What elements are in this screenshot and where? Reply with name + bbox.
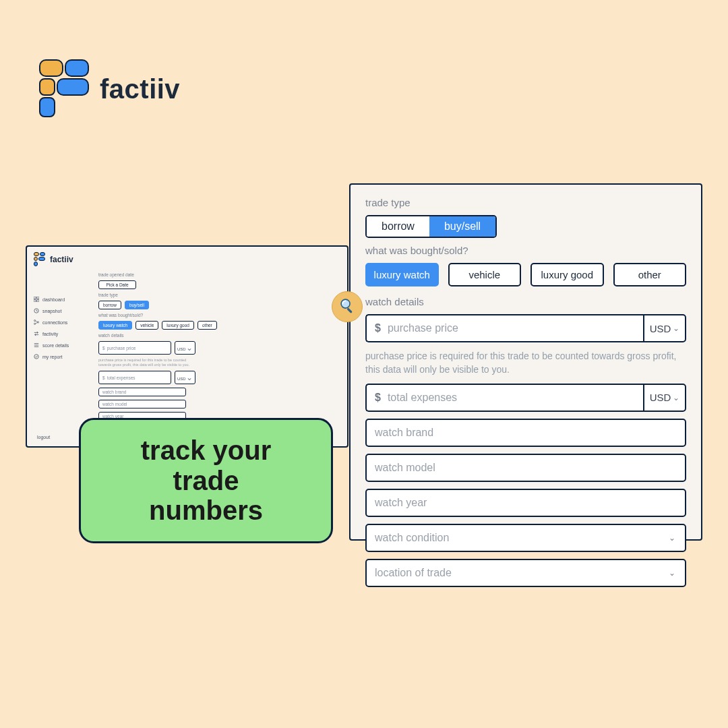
currency-select[interactable]: USD⌄ (643, 314, 686, 342)
watch-model-input[interactable]: watch model (98, 400, 186, 408)
watch-details-label: watch details (98, 333, 338, 338)
arrows-icon (34, 331, 39, 336)
purchase-price-input[interactable]: $ purchase price (365, 314, 643, 342)
brand-name-small: factiiv (50, 255, 73, 264)
sidebar-item-factivity[interactable]: factivity (34, 331, 93, 336)
tab-borrow[interactable]: borrow (98, 301, 121, 309)
input-placeholder: watch brand (375, 427, 433, 439)
app-window-small: factiiv dashboard snapshot connections (26, 245, 348, 448)
what-bought-label: what was bought/sold? (365, 245, 686, 256)
chevron-down-icon: ⌄ (673, 324, 679, 333)
grid-icon (34, 297, 39, 302)
svg-rect-0 (34, 297, 36, 299)
currency-select[interactable]: USD⌄ (175, 341, 195, 355)
sidebar-item-report[interactable]: my report (34, 354, 93, 359)
currency-select[interactable]: USD⌄ (643, 384, 686, 412)
input-placeholder: location of trade (375, 567, 452, 579)
svg-point-5 (34, 320, 36, 322)
input-placeholder: watch model (375, 462, 435, 474)
chevron-down-icon: ⌄ (673, 393, 679, 402)
svg-rect-11 (346, 307, 353, 313)
trade-type-tabs: borrow buy/sell (365, 215, 497, 238)
sidebar-item-label: dashboard (42, 297, 65, 302)
trade-type-label: trade type (365, 197, 686, 208)
purchase-help-text: purchase price is required for this trad… (98, 358, 193, 367)
trade-type-label: trade type (98, 293, 338, 297)
total-expenses-input[interactable]: $total expenses (98, 371, 171, 384)
chip-luxury-good[interactable]: luxury good (530, 263, 604, 286)
chip-vehicle[interactable]: vehicle (135, 321, 158, 330)
tab-buysell[interactable]: buy/sell (429, 216, 495, 237)
check-circle-icon (34, 354, 39, 359)
search-icon (338, 297, 356, 317)
svg-rect-2 (34, 300, 36, 302)
logo-mark-small (34, 252, 46, 267)
input-placeholder: total expenses (388, 392, 457, 404)
sidebar-item-label: score details (42, 343, 69, 348)
chip-vehicle[interactable]: vehicle (448, 263, 522, 286)
tab-buysell[interactable]: buy/sell (125, 301, 149, 309)
tab-borrow[interactable]: borrow (367, 216, 429, 237)
input-placeholder: watch year (375, 497, 427, 509)
dollar-icon: $ (375, 392, 381, 404)
clock-icon (34, 308, 39, 313)
purchase-price-input[interactable]: $purchase price (98, 341, 171, 355)
chevron-down-icon: ⌄ (669, 568, 675, 578)
sidebar-item-connections[interactable]: connections (34, 320, 93, 325)
chip-other[interactable]: other (198, 321, 217, 330)
chip-other[interactable]: other (613, 263, 687, 286)
hero-logo: factiiv (39, 59, 180, 119)
svg-rect-3 (37, 300, 39, 302)
watch-brand-input[interactable]: watch brand (365, 419, 686, 447)
sidebar-item-dashboard[interactable]: dashboard (34, 297, 93, 302)
chip-luxury-good[interactable]: luxury good (162, 321, 194, 330)
connections-icon (34, 320, 39, 325)
input-placeholder: purchase price (388, 322, 458, 334)
trade-form-detail: trade type borrow buy/sell what was boug… (349, 183, 702, 541)
chip-luxury-watch[interactable]: luxury watch (98, 321, 132, 330)
sidebar-item-label: snapshot (42, 309, 61, 313)
watch-details-label: watch details (365, 296, 686, 307)
svg-point-7 (34, 323, 36, 324)
sidebar-item-label: factivity (42, 332, 58, 336)
logo-mark (39, 59, 88, 119)
total-expenses-input[interactable]: $ total expenses (365, 384, 643, 412)
magnifier-badge (332, 291, 363, 322)
pick-date-button[interactable]: Pick a Date (98, 280, 136, 289)
chevron-down-icon: ⌄ (669, 533, 675, 543)
watch-model-input[interactable]: watch model (365, 454, 686, 482)
svg-point-6 (37, 322, 38, 323)
sidebar-item-score[interactable]: score details (34, 342, 93, 348)
watch-condition-select[interactable]: watch condition ⌄ (365, 524, 686, 552)
logout-label: logout (37, 435, 50, 439)
what-bought-label: what was bought/sold? (98, 313, 338, 317)
callout-text: track your trade numbers (141, 435, 271, 526)
svg-rect-1 (37, 297, 39, 299)
currency-select[interactable]: USD⌄ (175, 371, 195, 384)
watch-year-input[interactable]: watch year (365, 489, 686, 517)
brand-name: factiiv (100, 74, 180, 104)
watch-brand-input[interactable]: watch brand (98, 388, 186, 396)
opened-date-label: trade opened date (98, 272, 338, 277)
location-select[interactable]: location of trade ⌄ (365, 559, 686, 587)
sidebar-item-snapshot[interactable]: snapshot (34, 308, 93, 313)
sidebar: dashboard snapshot connections factivity… (34, 272, 93, 444)
svg-point-8 (34, 355, 38, 359)
input-placeholder: watch condition (375, 532, 449, 544)
callout-card: track your trade numbers (79, 418, 333, 543)
app-header: factiiv (34, 252, 340, 267)
chip-luxury-watch[interactable]: luxury watch (365, 263, 439, 286)
dollar-icon: $ (375, 322, 381, 334)
sidebar-item-label: my report (42, 355, 63, 359)
sidebar-item-label: connections (42, 320, 67, 325)
list-icon (34, 342, 39, 348)
purchase-help-text: purchase price is required for this trad… (365, 349, 686, 377)
